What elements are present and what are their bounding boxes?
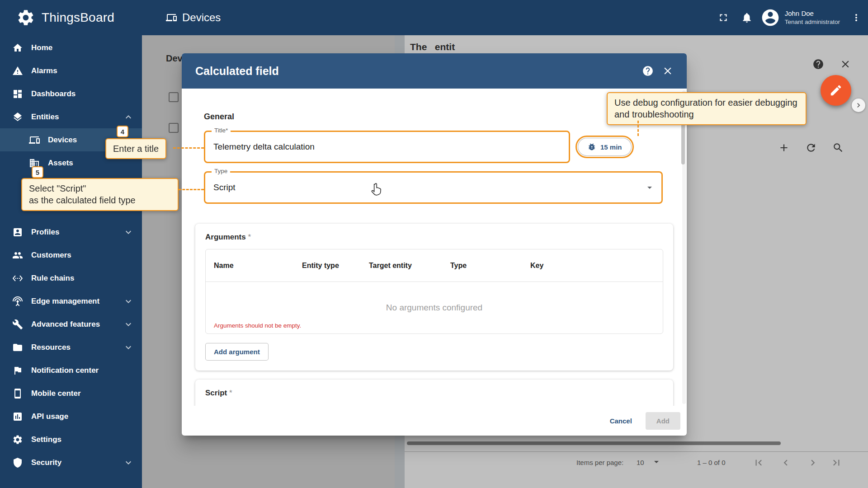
- dialog-body: General Title* 15 min Type Script Argume…: [182, 89, 687, 406]
- title-input[interactable]: [205, 132, 569, 162]
- dialog-help-button[interactable]: [638, 61, 658, 81]
- general-section-label: General: [204, 112, 663, 122]
- sidebar-item-label: Resources: [31, 343, 115, 352]
- collapse-panel-button[interactable]: [852, 99, 865, 112]
- tour-step-badge-4: 4: [117, 126, 128, 137]
- edit-fab[interactable]: [821, 75, 851, 106]
- sidebar-item-profiles[interactable]: Profiles: [0, 221, 142, 244]
- sidebar-item-entities[interactable]: Entities: [0, 105, 142, 128]
- entities-icon: [12, 112, 23, 122]
- sidebar-nav: Home Alarms Dashboards Entities Devices …: [0, 35, 142, 474]
- sidebar-item-label: Home: [31, 43, 134, 52]
- sidebar-item-label: Entities: [31, 113, 115, 122]
- flag-icon: [12, 365, 23, 376]
- home-icon: [12, 42, 23, 53]
- sidebar-item-label: Assets: [48, 159, 134, 168]
- sidebar-item-notification-center[interactable]: Notification center: [0, 359, 142, 382]
- fullscreen-icon: [717, 12, 729, 23]
- sidebar-item-label: Notification center: [31, 366, 134, 375]
- dialog-scrollbar-track[interactable]: [682, 90, 686, 404]
- customers-icon: [12, 250, 23, 261]
- tour-tip-debug: Use debug configuration for easier debug…: [607, 92, 807, 125]
- sidebar-item-label: Profiles: [31, 228, 115, 237]
- avatar: [760, 8, 780, 28]
- page-title: Devices: [166, 11, 221, 24]
- dialog-title: Calculated field: [195, 65, 638, 78]
- sidebar-item-label: API usage: [31, 412, 134, 421]
- close-icon: [662, 65, 674, 77]
- sidebar-item-alarms[interactable]: Alarms: [0, 59, 142, 82]
- sidebar-item-mobile-center[interactable]: Mobile center: [0, 382, 142, 405]
- bug-icon: [587, 142, 596, 151]
- chevron-down-icon: [123, 457, 134, 468]
- sidebar: ThingsBoard Home Alarms Dashboards Entit…: [0, 0, 142, 488]
- sidebar-item-label: Dashboards: [31, 89, 134, 99]
- type-field-label: Type: [212, 168, 230, 174]
- column-header-type: Type: [450, 262, 530, 270]
- debug-duration-label: 15 min: [600, 143, 622, 151]
- pencil-icon: [829, 84, 843, 97]
- devices-icon: [166, 12, 177, 23]
- type-selected-value: Script: [205, 173, 661, 202]
- dialog-close-button[interactable]: [658, 61, 678, 81]
- sidebar-item-label: Alarms: [31, 66, 134, 75]
- kebab-icon: [851, 12, 862, 23]
- brand-logo[interactable]: ThingsBoard: [0, 0, 142, 35]
- column-header-entity-type: Entity type: [302, 262, 369, 270]
- fullscreen-button[interactable]: [712, 6, 735, 29]
- sidebar-item-edge-management[interactable]: Edge management: [0, 290, 142, 313]
- tour-connector-debug: [637, 121, 639, 136]
- chart-icon: [12, 411, 23, 422]
- type-select[interactable]: Type Script: [204, 171, 663, 204]
- sidebar-item-resources[interactable]: Resources: [0, 336, 142, 359]
- tour-tip-type: Select "Script" as the calculated field …: [21, 178, 179, 211]
- sidebar-item-settings[interactable]: Settings: [0, 428, 142, 451]
- user-menu[interactable]: John Doe Tenant administrator: [760, 8, 840, 28]
- arguments-table: Name Entity type Target entity Type Key …: [205, 249, 663, 334]
- topbar: Devices John Doe Tenant administrator: [142, 0, 868, 35]
- warning-icon: [12, 66, 23, 76]
- sidebar-item-label: Security: [31, 458, 115, 467]
- column-header-name: Name: [214, 262, 302, 270]
- arguments-table-header: Name Entity type Target entity Type Key: [206, 249, 663, 282]
- script-section-card: Script *: [195, 380, 673, 406]
- add-argument-button[interactable]: Add argument: [205, 343, 269, 361]
- devices-icon: [29, 135, 40, 145]
- column-header-target-entity: Target entity: [369, 262, 450, 270]
- sidebar-item-customers[interactable]: Customers: [0, 244, 142, 267]
- sidebar-item-security[interactable]: Security: [0, 451, 142, 474]
- notifications-button[interactable]: [735, 6, 759, 29]
- user-role: Tenant administrator: [785, 18, 840, 26]
- title-field-label: Title*: [212, 127, 231, 134]
- smartphone-icon: [12, 388, 23, 399]
- arguments-error-text: Arguments should not be empty.: [214, 322, 301, 329]
- brand-name: ThingsBoard: [42, 10, 114, 25]
- sidebar-item-dashboards[interactable]: Dashboards: [0, 82, 142, 105]
- arguments-section-card: Arguments * Name Entity type Target enti…: [195, 224, 673, 371]
- profiles-icon: [12, 227, 23, 238]
- bell-icon: [741, 12, 753, 23]
- add-button[interactable]: Add: [646, 412, 680, 430]
- sidebar-item-home[interactable]: Home: [0, 36, 142, 59]
- sidebar-item-label: Customers: [31, 251, 134, 260]
- tools-icon: [12, 319, 23, 330]
- dialog-actions: Cancel Add: [182, 406, 687, 436]
- sidebar-item-advanced-features[interactable]: Advanced features: [0, 313, 142, 336]
- required-mark: *: [229, 389, 232, 397]
- tour-connector-title: [173, 147, 204, 149]
- sidebar-item-rule-chains[interactable]: Rule chains: [0, 267, 142, 290]
- tour-step-badge-5: 5: [32, 166, 43, 178]
- sidebar-item-api-usage[interactable]: API usage: [0, 405, 142, 428]
- edge-icon: [12, 296, 23, 307]
- title-field: Title*: [204, 131, 570, 163]
- column-header-key: Key: [530, 262, 663, 270]
- more-menu-button[interactable]: [844, 6, 868, 29]
- sidebar-item-label: Settings: [31, 435, 134, 444]
- help-icon: [642, 65, 654, 77]
- dashboards-icon: [12, 89, 23, 99]
- debug-settings-button[interactable]: 15 min: [578, 138, 632, 156]
- page-title-text: Devices: [182, 11, 221, 24]
- required-mark: *: [248, 233, 251, 241]
- cancel-button[interactable]: Cancel: [603, 413, 639, 429]
- sidebar-item-label: Mobile center: [31, 389, 134, 398]
